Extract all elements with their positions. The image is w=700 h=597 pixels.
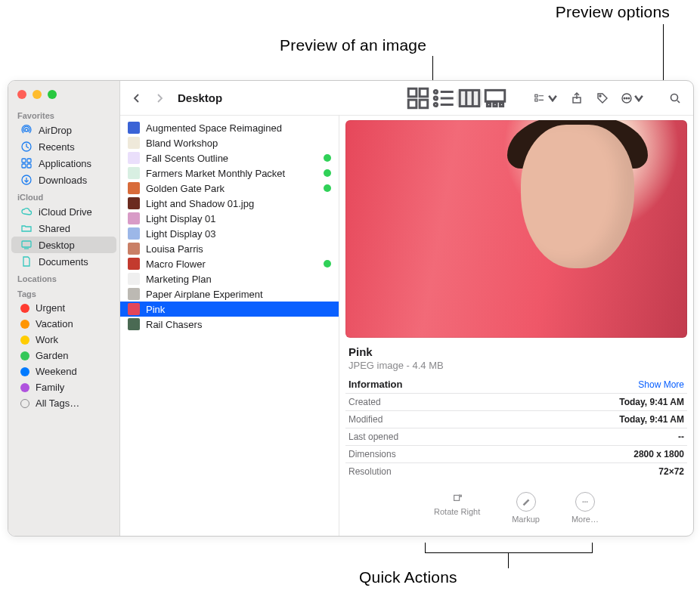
sidebar-item-label: Family <box>36 382 64 393</box>
sidebar-item-airdrop[interactable]: AirDrop <box>11 122 116 138</box>
more-action[interactable]: More… <box>571 492 599 524</box>
view-list-icon[interactable] <box>431 89 457 107</box>
file-thumbnail-icon <box>128 258 140 270</box>
callout-quick-actions: Quick Actions <box>359 568 457 586</box>
sidebar-item-label: Weekend <box>36 366 77 377</box>
callout-preview-image: Preview of an image <box>280 36 426 54</box>
file-row[interactable]: Louisa Parris <box>120 241 339 256</box>
file-row[interactable]: Light Display 03 <box>120 226 339 241</box>
file-thumbnail-icon <box>128 212 140 224</box>
sidebar-item-label: Vacation <box>36 318 73 329</box>
file-row[interactable]: Rail Chasers <box>120 317 339 332</box>
file-row[interactable]: Fall Scents Outline <box>120 150 339 165</box>
sidebar-tag-weekend[interactable]: Weekend <box>11 363 116 379</box>
tag-dot-icon <box>20 336 29 345</box>
sidebar-item-label: Urgent <box>36 302 65 314</box>
file-list: Augmented Space ReimaginedBland Workshop… <box>120 116 339 536</box>
view-gallery-icon[interactable] <box>482 89 508 107</box>
file-thumbnail-icon <box>128 122 140 134</box>
share-button[interactable] <box>566 88 587 108</box>
sidebar-section-title: Locations <box>8 270 119 285</box>
file-row[interactable]: Pink <box>120 302 339 317</box>
svg-rect-9 <box>408 88 417 97</box>
zoom-button[interactable] <box>48 90 57 99</box>
info-value: -- <box>496 428 687 446</box>
preview-title: Pink <box>345 345 687 358</box>
more-button[interactable] <box>618 88 648 108</box>
sidebar-item-applications[interactable]: Applications <box>11 155 116 172</box>
svg-point-0 <box>25 128 28 131</box>
svg-point-33 <box>624 97 625 99</box>
callout-bracket <box>425 543 593 553</box>
info-key: Created <box>345 394 496 411</box>
file-row[interactable]: Augmented Space Reimagined <box>120 120 339 135</box>
sidebar-tag-all-tags-[interactable]: All Tags… <box>11 395 116 411</box>
file-row[interactable]: Paper Airplane Experiment <box>120 286 339 302</box>
view-switcher <box>404 88 509 108</box>
group-by-button[interactable] <box>531 88 562 108</box>
info-key: Modified <box>345 411 496 428</box>
more-icon <box>575 492 595 512</box>
file-row[interactable]: Light Display 01 <box>120 211 339 226</box>
svg-rect-23 <box>487 103 490 106</box>
sidebar-item-label: Documents <box>39 256 88 268</box>
search-button[interactable] <box>664 88 686 108</box>
file-name: Light Display 01 <box>146 213 331 224</box>
show-more-link[interactable]: Show More <box>638 379 684 390</box>
file-thumbnail-icon <box>128 137 140 149</box>
info-row: ModifiedToday, 9:41 AM <box>345 411 687 428</box>
svg-rect-4 <box>22 164 26 168</box>
sidebar-tag-urgent[interactable]: Urgent <box>11 300 116 316</box>
view-icon-grid[interactable] <box>405 89 431 107</box>
svg-point-41 <box>587 501 588 503</box>
minimize-button[interactable] <box>33 90 42 99</box>
file-thumbnail-icon <box>128 197 140 209</box>
info-value: 2800 x 1800 <box>496 446 687 463</box>
sidebar-tag-vacation[interactable]: Vacation <box>11 316 116 332</box>
file-row[interactable]: Golden Gate Park <box>120 181 339 196</box>
file-thumbnail-icon <box>128 318 140 330</box>
sidebar-item-icloud-drive[interactable]: iCloud Drive <box>11 203 116 220</box>
callout-line <box>508 553 509 568</box>
file-row[interactable]: Bland Workshop <box>120 135 339 150</box>
content-area: Augmented Space ReimaginedBland Workshop… <box>120 116 693 536</box>
tag-dot-icon <box>20 367 29 376</box>
sidebar-tag-garden[interactable]: Garden <box>11 348 116 363</box>
file-row[interactable]: Light and Shadow 01.jpg <box>120 196 339 211</box>
svg-point-35 <box>628 97 630 99</box>
action-label: More… <box>571 515 599 524</box>
tags-button[interactable] <box>592 88 613 108</box>
svg-point-34 <box>626 97 627 99</box>
forward-button[interactable] <box>149 88 170 108</box>
close-button[interactable] <box>17 90 26 99</box>
file-row[interactable]: Marketing Plan <box>120 271 339 286</box>
rotate-right-action[interactable]: Rotate Right <box>434 492 480 524</box>
sidebar-item-documents[interactable]: Documents <box>11 253 116 270</box>
file-name: Bland Workshop <box>146 138 331 149</box>
file-name: Light Display 03 <box>146 228 331 240</box>
svg-rect-27 <box>535 98 537 101</box>
sidebar-item-label: Applications <box>39 158 91 169</box>
action-label: Rotate Right <box>434 507 480 516</box>
sidebar-tag-family[interactable]: Family <box>11 379 116 395</box>
file-name: Marketing Plan <box>146 274 331 285</box>
folder-icon <box>20 222 33 234</box>
file-row[interactable]: Farmers Market Monthly Packet <box>120 165 339 181</box>
file-row[interactable]: Macro Flower <box>120 256 339 271</box>
sidebar-item-recents[interactable]: Recents <box>11 138 116 155</box>
view-column-icon[interactable] <box>457 89 482 107</box>
file-name: Farmers Market Monthly Packet <box>146 168 317 179</box>
file-thumbnail-icon <box>128 243 140 255</box>
tag-dot-icon <box>20 304 29 313</box>
sidebar-item-shared[interactable]: Shared <box>11 220 116 237</box>
sidebar-item-downloads[interactable]: Downloads <box>11 172 116 188</box>
svg-rect-10 <box>420 88 428 97</box>
svg-rect-24 <box>494 103 497 106</box>
sidebar-tag-work[interactable]: Work <box>11 332 116 348</box>
sidebar-item-desktop[interactable]: Desktop <box>11 237 116 253</box>
downloads-icon <box>20 174 33 186</box>
sidebar-item-label: Downloads <box>39 175 87 186</box>
markup-action[interactable]: Markup <box>512 492 540 524</box>
back-button[interactable] <box>126 88 147 108</box>
file-name: Light and Shadow 01.jpg <box>146 198 331 209</box>
